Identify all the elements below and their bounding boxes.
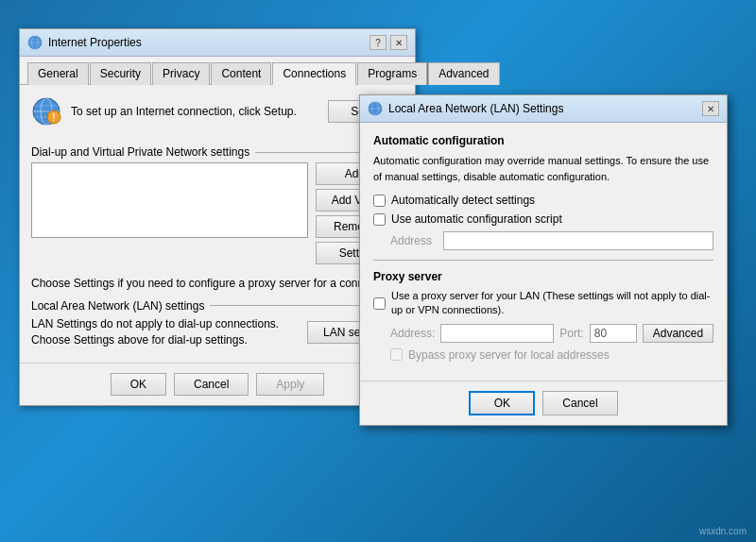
titlebar-left: Internet Properties: [27, 35, 142, 50]
lan-close-button[interactable]: ✕: [702, 101, 719, 116]
auto-script-label: Use automatic configuration script: [391, 212, 562, 226]
bypass-checkbox[interactable]: [390, 348, 403, 361]
internet-properties-window: Internet Properties ? ✕ General Security…: [19, 28, 416, 406]
tab-general[interactable]: General: [27, 62, 89, 85]
inet-title-icon: [27, 35, 43, 50]
tab-connections[interactable]: Connections: [272, 62, 356, 85]
lan-titlebar: Local Area Network (LAN) Settings ✕: [360, 95, 727, 123]
inet-footer: OK Cancel Apply: [20, 363, 415, 405]
tab-advanced[interactable]: Advanced: [428, 62, 499, 85]
svg-text:!: !: [52, 112, 55, 123]
bypass-row: Bypass proxy server for local addresses: [390, 348, 713, 362]
tab-security[interactable]: Security: [90, 62, 151, 85]
dialup-section: Add... Add VPN... Remove... Settings: [31, 162, 404, 264]
connection-icon: !: [31, 96, 61, 127]
proxy-check-row: Use a proxy server for your LAN (These s…: [373, 289, 713, 318]
lan-ok-button[interactable]: OK: [469, 391, 535, 415]
lan-footer: OK Cancel: [360, 381, 727, 425]
lan-section: Local Area Network (LAN) settings LAN Se…: [31, 299, 404, 348]
tabs-bar: General Security Privacy Content Connect…: [20, 57, 415, 85]
lan-label: Local Area Network (LAN) settings: [31, 299, 404, 313]
address-input[interactable]: [443, 231, 713, 250]
address-row: Address: [390, 231, 713, 250]
auto-detect-row: Automatically detect settings: [373, 194, 713, 207]
help-button[interactable]: ?: [369, 35, 387, 50]
dialup-list: [31, 162, 308, 264]
lan-titlebar-left: Local Area Network (LAN) Settings: [368, 101, 563, 116]
auto-detect-checkbox[interactable]: [373, 195, 386, 207]
tab-content[interactable]: Content: [211, 62, 271, 85]
proxy-check-label: Use a proxy server for your LAN (These s…: [391, 289, 713, 318]
auto-config-desc: Automatic configuration may override man…: [373, 153, 713, 184]
lan-content: Automatic configuration Automatic config…: [360, 123, 727, 381]
auto-script-row: Use automatic configuration script: [373, 212, 713, 226]
lan-text: LAN Settings do not apply to dial-up con…: [31, 316, 300, 348]
tab-privacy[interactable]: Privacy: [152, 62, 210, 85]
tab-programs[interactable]: Programs: [357, 62, 427, 85]
inet-title-text: Internet Properties: [48, 36, 142, 49]
setup-row: ! To set up an Internet connection, clic…: [31, 96, 404, 134]
proxy-address-row: Address: Port: Advanced: [390, 324, 713, 343]
divider: [373, 260, 713, 261]
auto-config-title: Automatic configuration: [373, 134, 713, 147]
inet-content: ! To set up an Internet connection, clic…: [20, 85, 415, 363]
apply-button[interactable]: Apply: [256, 373, 324, 396]
lan-dialog: Local Area Network (LAN) Settings ✕ Auto…: [359, 94, 728, 426]
auto-script-checkbox[interactable]: [373, 213, 386, 226]
lan-cancel-button[interactable]: Cancel: [542, 391, 617, 415]
bypass-label: Bypass proxy server for local addresses: [408, 348, 610, 362]
inet-titlebar: Internet Properties ? ✕: [20, 29, 415, 57]
lan-titlebar-controls: ✕: [702, 101, 719, 116]
lan-title-icon: [368, 101, 383, 116]
setup-text: To set up an Internet connection, click …: [71, 104, 318, 120]
proxy-server-title: Proxy server: [373, 270, 713, 283]
lan-row: LAN Settings do not apply to dial-up con…: [31, 316, 404, 348]
titlebar-controls: ? ✕: [369, 35, 407, 50]
proxy-info-text: Choose Settings if you need to configure…: [31, 276, 404, 292]
advanced-button[interactable]: Advanced: [643, 324, 713, 343]
proxy-checkbox[interactable]: [373, 297, 386, 310]
cancel-button[interactable]: Cancel: [174, 373, 249, 396]
lan-title-text: Local Area Network (LAN) Settings: [388, 102, 563, 115]
watermark: wsxdn.com: [699, 526, 747, 536]
ok-button[interactable]: OK: [111, 373, 166, 396]
dialup-listbox[interactable]: [31, 162, 308, 238]
port-label: Port:: [559, 327, 583, 340]
port-input[interactable]: [590, 324, 637, 343]
close-button[interactable]: ✕: [390, 35, 407, 50]
proxy-address-input[interactable]: [440, 324, 554, 343]
dialup-label: Dial-up and Virtual Private Network sett…: [31, 145, 404, 159]
auto-detect-label: Automatically detect settings: [391, 194, 535, 207]
proxy-address-label: Address:: [390, 327, 435, 340]
address-label: Address: [390, 234, 438, 247]
